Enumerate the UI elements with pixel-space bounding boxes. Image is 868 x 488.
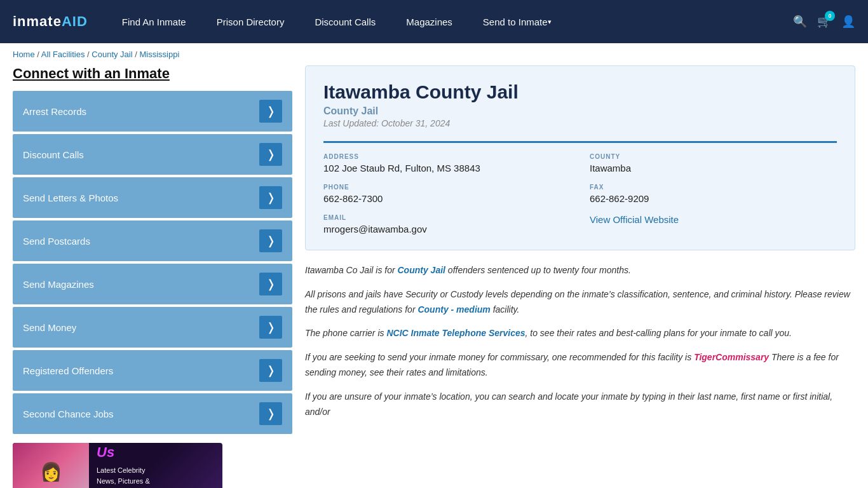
arrow-icon: ❭ — [259, 359, 282, 382]
sidebar: Connect with an Inmate Arrest Records ❭ … — [13, 65, 292, 488]
sidebar-btn-label: Discount Calls — [23, 149, 84, 160]
nav-magazines[interactable]: Magazines — [391, 0, 468, 43]
description-para4: If you are seeking to send your inmate m… — [305, 350, 855, 381]
arrow-icon: ❭ — [259, 316, 282, 339]
sidebar-btn-label: Arrest Records — [23, 106, 86, 117]
sidebar-btn-letters-photos[interactable]: Send Letters & Photos ❭ — [13, 177, 292, 218]
ad-text: Us Latest Celebrity News, Pictures & Ent… — [89, 443, 198, 488]
ad-brand: Us — [97, 443, 191, 463]
address-label: ADDRESS — [323, 153, 571, 160]
facility-info-grid: ADDRESS 102 Joe Staub Rd, Fulton, MS 388… — [323, 141, 837, 234]
logo[interactable]: inmateAID — [13, 13, 88, 30]
arrow-icon: ❭ — [259, 229, 282, 252]
address-value: 102 Joe Staub Rd, Fulton, MS 38843 — [323, 163, 571, 173]
sidebar-btn-label: Send Postcards — [23, 236, 90, 247]
phone-label: PHONE — [323, 184, 571, 191]
sidebar-btn-postcards[interactable]: Send Postcards ❭ — [13, 220, 292, 261]
nav-find-inmate[interactable]: Find An Inmate — [107, 0, 201, 43]
facility-name: Itawamba County Jail — [323, 81, 837, 103]
sidebar-btn-registered-offenders[interactable]: Registered Offenders ❭ — [13, 350, 292, 391]
description-para3: The phone carrier is NCIC Inmate Telepho… — [305, 326, 855, 341]
description-para5: If you are unsure of your inmate’s locat… — [305, 390, 855, 420]
tiger-commissary-link[interactable]: TigerCommissary — [694, 352, 769, 362]
county-medium-link[interactable]: County - medium — [417, 304, 490, 315]
county-jail-link[interactable]: County Jail — [398, 265, 445, 275]
fax-value: 662-862-9209 — [590, 193, 837, 204]
main-layout: Connect with an Inmate Arrest Records ❭ … — [0, 65, 868, 488]
email-label: EMAIL — [323, 214, 571, 221]
phone-block: PHONE 662-862-7300 — [323, 184, 571, 204]
address-block: ADDRESS 102 Joe Staub Rd, Fulton, MS 388… — [323, 153, 571, 173]
arrow-icon: ❭ — [259, 100, 282, 123]
breadcrumb: Home / All Facilities / County Jail / Mi… — [0, 43, 868, 65]
fax-label: FAX — [590, 184, 837, 191]
main-nav: Find An Inmate Prison Directory Discount… — [107, 0, 793, 43]
cart-icon[interactable]: 🛒 0 — [817, 15, 831, 29]
arrow-icon: ❭ — [259, 143, 282, 166]
sidebar-btn-label: Send Money — [23, 322, 76, 333]
arrow-icon: ❭ — [259, 402, 282, 425]
website-block: View Official Website — [590, 214, 837, 234]
sidebar-btn-label: Send Magazines — [23, 279, 94, 290]
header-icons: 🔍 🛒 0 👤 — [793, 15, 855, 29]
fax-block: FAX 662-862-9209 — [590, 184, 837, 204]
ad-line2: News, Pictures & — [97, 477, 150, 485]
nav-send-to-inmate[interactable]: Send to Inmate — [468, 0, 567, 43]
description-para2: All prisons and jails have Security or C… — [305, 287, 855, 318]
breadcrumb-state[interactable]: Mississippi — [139, 50, 179, 59]
sidebar-advertisement[interactable]: 👩 Us Latest Celebrity News, Pictures & E… — [13, 443, 222, 488]
sidebar-btn-money[interactable]: Send Money ❭ — [13, 307, 292, 348]
facility-type: County Jail — [323, 105, 837, 117]
nav-prison-directory[interactable]: Prison Directory — [201, 0, 300, 43]
sidebar-btn-label: Send Letters & Photos — [23, 193, 118, 203]
description-para1: Itawamba Co Jail is for County Jail offe… — [305, 263, 855, 278]
breadcrumb-home[interactable]: Home — [13, 50, 35, 59]
sidebar-btn-discount-calls[interactable]: Discount Calls ❭ — [13, 134, 292, 175]
cart-badge: 0 — [825, 11, 835, 21]
site-header: inmateAID Find An Inmate Prison Director… — [0, 0, 868, 43]
phone-value: 662-862-7300 — [323, 193, 571, 204]
facility-description: Itawamba Co Jail is for County Jail offe… — [305, 263, 855, 419]
ad-image: 👩 — [13, 443, 89, 488]
search-icon[interactable]: 🔍 — [793, 15, 807, 29]
breadcrumb-all-facilities[interactable]: All Facilities — [41, 50, 85, 59]
sidebar-title: Connect with an Inmate — [13, 65, 292, 82]
sidebar-btn-magazines[interactable]: Send Magazines ❭ — [13, 264, 292, 304]
email-value: mrogers@itawamba.gov — [323, 224, 571, 234]
ad-line1: Latest Celebrity — [97, 466, 145, 474]
facility-card: Itawamba County Jail County Jail Last Up… — [305, 65, 855, 250]
sidebar-btn-label: Registered Offenders — [23, 365, 113, 376]
arrow-icon: ❭ — [259, 186, 282, 209]
ncic-link[interactable]: NCIC Inmate Telephone Services — [386, 328, 525, 338]
email-block: EMAIL mrogers@itawamba.gov — [323, 214, 571, 234]
sidebar-btn-second-chance[interactable]: Second Chance Jobs ❭ — [13, 393, 292, 434]
county-value: Itawamba — [590, 163, 837, 173]
arrow-icon: ❭ — [259, 273, 282, 295]
nav-discount-calls[interactable]: Discount Calls — [299, 0, 391, 43]
county-block: COUNTY Itawamba — [590, 153, 837, 173]
breadcrumb-county-jail[interactable]: County Jail — [92, 50, 132, 59]
sidebar-btn-label: Second Chance Jobs — [23, 409, 114, 419]
view-official-website-link[interactable]: View Official Website — [590, 214, 679, 225]
sidebar-btn-arrest-records[interactable]: Arrest Records ❭ — [13, 91, 292, 132]
user-icon[interactable]: 👤 — [841, 15, 855, 29]
facility-last-updated: Last Updated: October 31, 2024 — [323, 118, 837, 128]
county-label: COUNTY — [590, 153, 837, 160]
main-content: Itawamba County Jail County Jail Last Up… — [305, 65, 855, 488]
